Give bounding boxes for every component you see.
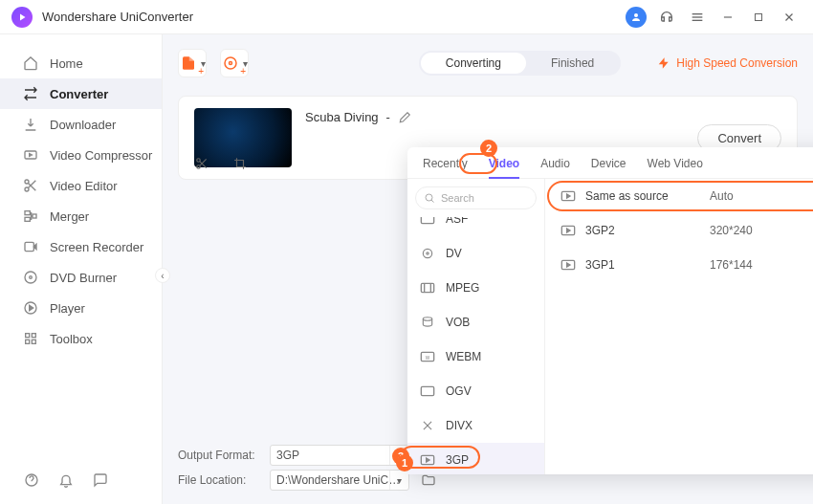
format-icon (419, 247, 436, 260)
svg-point-35 (427, 252, 428, 254)
format-mpeg[interactable]: MPEG (407, 271, 544, 305)
format-search[interactable]: Search (415, 186, 537, 209)
compressor-icon (23, 147, 38, 163)
format-popup: Recently Video Audio Device Web Video Se… (407, 147, 813, 474)
rename-icon[interactable] (398, 111, 411, 124)
format-vob[interactable]: VOB (407, 305, 544, 340)
format-label: WEBM (446, 350, 481, 363)
trim-icon[interactable] (194, 156, 209, 171)
svg-point-27 (197, 159, 201, 163)
sidebar-item-home[interactable]: Home (0, 48, 162, 78)
format-label: DV (446, 247, 462, 260)
format-label: ASF (446, 217, 468, 226)
file-location-value: D:\Wondershare UniConverter (276, 473, 403, 487)
preset-name: 3GP1 (585, 258, 700, 272)
preset-resolution: Auto (710, 189, 813, 203)
svg-rect-13 (25, 211, 30, 215)
high-speed-link[interactable]: High Speed Conversion (657, 56, 798, 70)
sidebar-footer (0, 471, 162, 504)
svg-point-28 (197, 165, 201, 169)
tab-recently[interactable]: Recently (423, 157, 468, 178)
sidebar-item-label: DVD Burner (50, 271, 117, 285)
dvd-icon (23, 270, 38, 285)
support-icon[interactable] (654, 5, 679, 30)
svg-rect-23 (32, 340, 35, 343)
sidebar-item-label: Video Compressor (50, 148, 152, 163)
preset-resolution: 320*240 (710, 224, 813, 237)
maximize-icon[interactable] (746, 5, 771, 30)
add-file-button[interactable]: + ▾ (178, 49, 207, 77)
search-icon (424, 192, 435, 204)
format-ogv[interactable]: OGV (407, 374, 544, 408)
recorder-icon (23, 239, 38, 254)
format-icon: W (419, 350, 436, 363)
sidebar-item-label: Downloader (50, 118, 116, 132)
sidebar-item-merger[interactable]: Merger (0, 201, 162, 231)
format-dv[interactable]: DV (407, 236, 544, 271)
file-location-label: File Location: (178, 473, 260, 487)
main-panel: + ▾ + ▾ Converting Finished High Speed C… (163, 34, 813, 504)
player-icon (23, 300, 38, 316)
annotation-badge-2: 2 (480, 140, 497, 157)
svg-rect-22 (26, 340, 30, 343)
format-3gp[interactable]: 3GP (407, 443, 544, 474)
sidebar-item-converter[interactable]: Converter (0, 78, 162, 109)
svg-rect-16 (25, 242, 33, 251)
svg-text:W: W (426, 356, 430, 361)
svg-rect-21 (32, 334, 35, 338)
sidebar-item-downloader[interactable]: Downloader (0, 109, 162, 140)
svg-point-31 (426, 194, 432, 201)
file-location-select[interactable]: D:\Wondershare UniConverter ▾ (270, 470, 409, 491)
merger-icon (23, 208, 38, 224)
preset-3gp2[interactable]: 3GP2 320*240 (545, 213, 813, 248)
format-webm[interactable]: WWEBM (407, 340, 544, 374)
download-icon (23, 117, 38, 132)
svg-point-9 (25, 180, 29, 184)
tab-audio[interactable]: Audio (540, 157, 570, 178)
app-logo (11, 7, 33, 28)
help-icon[interactable] (23, 471, 40, 489)
tab-device[interactable]: Device (591, 157, 626, 178)
feedback-icon[interactable] (92, 471, 109, 489)
svg-point-0 (634, 13, 638, 17)
svg-point-25 (225, 57, 236, 69)
format-icon (419, 281, 436, 295)
preset-name: 3GP2 (585, 224, 700, 237)
minimize-icon[interactable] (715, 5, 740, 30)
tab-webvideo[interactable]: Web Video (648, 157, 703, 178)
svg-point-18 (30, 276, 33, 279)
annotation-badge-1: 1 (396, 454, 413, 471)
sidebar-item-editor[interactable]: Video Editor (0, 170, 162, 201)
format-list-panel: Search ASF DV MPEG VOB WWEBM OGV DIVX 3G… (407, 179, 545, 474)
preset-resolution: 176*144 (710, 258, 813, 272)
svg-rect-5 (756, 13, 762, 20)
output-format-select[interactable]: 3GP ▾ (270, 445, 409, 466)
tab-converting[interactable]: Converting (421, 53, 526, 74)
sidebar-item-recorder[interactable]: Screen Recorder (0, 231, 162, 262)
format-asf[interactable]: ASF (407, 217, 544, 236)
format-label: 3GP (446, 453, 469, 467)
add-dvd-button[interactable]: + ▾ (220, 49, 249, 77)
file-title: Scuba Diving (305, 110, 379, 124)
tab-video[interactable]: Video (489, 157, 519, 178)
format-divx[interactable]: DIVX (407, 408, 544, 443)
video-preset-icon (560, 259, 576, 271)
preset-3gp1[interactable]: 3GP1 176*144 (545, 248, 813, 282)
crop-icon[interactable] (232, 156, 248, 171)
sidebar-item-label: Video Editor (50, 179, 118, 193)
bell-icon[interactable] (57, 471, 75, 489)
sidebar-item-dvd[interactable]: DVD Burner (0, 262, 162, 293)
tab-finished[interactable]: Finished (526, 53, 619, 74)
sidebar-item-compressor[interactable]: Video Compressor (0, 140, 162, 170)
app-name: Wondershare UniConverter (42, 10, 193, 24)
file-title-suffix: - (386, 110, 390, 124)
close-icon[interactable] (777, 5, 802, 30)
menu-icon[interactable] (685, 5, 710, 30)
output-format-label: Output Format: (178, 449, 260, 462)
preset-same-as-source[interactable]: Same as source Auto (545, 179, 813, 213)
scissors-icon (23, 178, 38, 193)
sidebar-item-player[interactable]: Player (0, 293, 162, 323)
sidebar-item-toolbox[interactable]: Toolbox (0, 323, 162, 354)
format-label: MPEG (446, 281, 479, 295)
account-avatar[interactable] (624, 5, 648, 30)
